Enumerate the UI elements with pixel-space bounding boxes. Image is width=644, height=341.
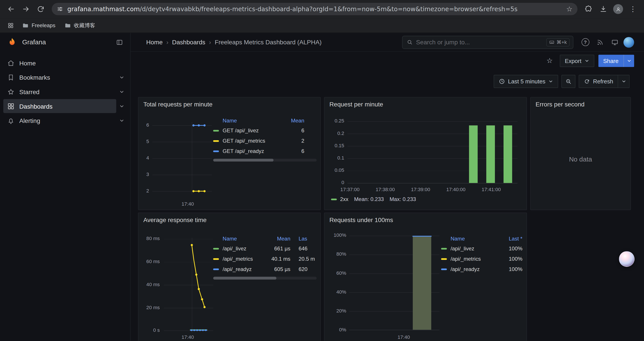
floating-avatar[interactable] [619, 251, 634, 267]
panel-avg-response-time: Average response time 80 ms 60 ms 40 ms … [138, 213, 321, 341]
news-button[interactable] [594, 36, 606, 48]
rss-icon [596, 38, 604, 46]
legend-table: Name Mean GET /api/_livez 6 GET /api/_me… [213, 116, 316, 162]
legend-row[interactable]: GET /api/_livez 6 [213, 125, 316, 136]
line-chart[interactable] [164, 238, 213, 333]
col-mean[interactable]: Mean [270, 235, 290, 242]
collapse-sidebar-button[interactable] [114, 37, 125, 48]
breadcrumb-dashboards[interactable]: Dashboards [172, 39, 206, 46]
legend-row[interactable]: 2xx Mean: 0.233 Max: 0.233 [331, 196, 416, 202]
expand-bookmarks-button[interactable] [116, 72, 127, 83]
refresh-button[interactable]: Refresh [579, 75, 618, 88]
y-tick: 4 [138, 155, 149, 161]
legend-header: Name Last * [441, 233, 522, 243]
y-tick: 5 [138, 138, 149, 145]
nav-row-alerting: Alerting [3, 113, 127, 128]
legend-row[interactable]: /api/_livez 661 µs 646 [213, 243, 316, 254]
profile-button[interactable] [611, 2, 625, 16]
panel-requests-under-100ms: Requests under 100ms 100% 80% 60% 40% 20… [324, 213, 527, 341]
bookmark-folder-freeleaps[interactable]: Freeleaps [19, 20, 58, 31]
reload-button[interactable] [34, 2, 48, 16]
sidebar-header: Grafana [0, 33, 130, 52]
panel-request-per-minute: Request per minute 0.25 0.2 0.15 0.1 0.0… [324, 97, 527, 210]
share-menu-button[interactable] [624, 55, 634, 67]
y-tick: 0.15 [324, 143, 344, 149]
y-tick: 80% [324, 251, 346, 257]
bar-chart[interactable] [349, 236, 440, 330]
back-button[interactable] [4, 2, 18, 16]
series-color-swatch [213, 130, 219, 131]
line-chart[interactable] [152, 122, 212, 194]
col-name[interactable]: Name [223, 117, 284, 124]
keyboard-icon [549, 40, 554, 45]
legend-scrollbar[interactable] [213, 277, 316, 279]
display-button[interactable] [609, 36, 621, 48]
extensions-button[interactable] [582, 2, 596, 16]
panel-title[interactable]: Errors per second [536, 101, 584, 108]
url-text[interactable]: grafana.mathmast.com/d/deytv4rwavabkb/fr… [67, 5, 563, 13]
sidebar-item-home[interactable]: Home [3, 56, 116, 70]
profile-avatar-icon [613, 4, 623, 14]
favorite-dashboard-button[interactable]: ☆ [544, 55, 556, 67]
breadcrumb-home[interactable]: Home [146, 39, 163, 46]
bookmark-label: Freeleaps [32, 22, 55, 28]
legend-row[interactable]: /api/_metrics 40.1 ms 20.5 m [213, 254, 316, 264]
url-bar[interactable]: grafana.mathmast.com/d/deytv4rwavabkb/fr… [52, 3, 577, 15]
nav-row-dashboards: Dashboards [3, 99, 127, 113]
breadcrumb-separator: › [209, 39, 211, 46]
legend-row[interactable]: GET /api/_metrics 2 [213, 136, 316, 146]
folder-icon [22, 22, 29, 29]
expand-starred-button[interactable] [116, 86, 127, 97]
col-name[interactable]: Name [450, 235, 502, 242]
bar-chart[interactable] [348, 121, 518, 183]
legend-row[interactable]: /api/_readyz 605 µs 620 [213, 264, 316, 274]
browser-menu-button[interactable]: ⋮ [626, 2, 640, 16]
search-shortcut-badge: ⌘+k [546, 38, 570, 46]
expand-alerting-button[interactable] [116, 115, 127, 126]
col-last[interactable]: Last * [502, 235, 522, 242]
legend-row[interactable]: GET /api/_readyz 6 [213, 146, 316, 156]
sidebar-item-starred[interactable]: Starred [3, 85, 116, 99]
sidebar-item-bookmarks[interactable]: Bookmarks [3, 70, 116, 84]
chevron-down-icon [119, 75, 124, 80]
breadcrumb-separator: › [166, 39, 168, 46]
col-mean[interactable]: Mean [284, 117, 304, 124]
zoom-out-button[interactable] [561, 75, 576, 88]
export-button[interactable]: Export [560, 55, 594, 67]
panel-title[interactable]: Requests under 100ms [330, 216, 393, 223]
panel-title[interactable]: Average response time [143, 216, 207, 223]
col-name[interactable]: Name [223, 235, 270, 242]
panel-title[interactable]: Request per minute [330, 101, 383, 108]
bookmark-folder-blogs[interactable]: 收藏博客 [61, 20, 99, 31]
legend-row[interactable]: /api/_readyz 100% [441, 264, 522, 274]
time-controls: Last 5 minutes Refresh [138, 75, 644, 88]
legend-row[interactable]: /api/_livez 100% [441, 243, 522, 254]
y-tick: 3 [138, 171, 149, 178]
site-settings-icon[interactable] [57, 6, 63, 12]
grafana-logo-icon[interactable] [6, 37, 18, 48]
help-button[interactable]: ? [579, 36, 592, 48]
x-tick: 17:41:00 [479, 187, 504, 192]
refresh-interval-button[interactable] [618, 75, 630, 88]
panel-title[interactable]: Total requests per minute [143, 101, 212, 108]
sidebar-item-label: Alerting [19, 117, 40, 124]
bookmark-star-icon[interactable]: ☆ [566, 5, 572, 14]
expand-dashboards-button[interactable] [116, 101, 127, 112]
series-color-swatch [441, 268, 447, 270]
apps-grid-button[interactable] [5, 20, 16, 31]
legend-scrollbar[interactable] [213, 159, 316, 162]
breadcrumb: Home › Dashboards › Freeleaps Metrics Da… [146, 39, 322, 46]
forward-button[interactable] [19, 2, 33, 16]
folder-icon [64, 22, 71, 29]
time-range-picker[interactable]: Last 5 minutes [494, 75, 558, 88]
sidebar-item-dashboards[interactable]: Dashboards [3, 99, 116, 113]
sidebar-item-alerting[interactable]: Alerting [3, 113, 116, 128]
bell-icon [7, 117, 15, 124]
search-bar[interactable]: ⌘+k [402, 36, 573, 49]
user-avatar[interactable] [624, 37, 634, 48]
search-input[interactable] [416, 39, 546, 46]
legend-row[interactable]: /api/_metrics 100% [441, 254, 522, 264]
col-last[interactable]: Las [298, 235, 316, 242]
share-button[interactable]: Share [598, 55, 624, 67]
downloads-button[interactable] [596, 2, 610, 16]
